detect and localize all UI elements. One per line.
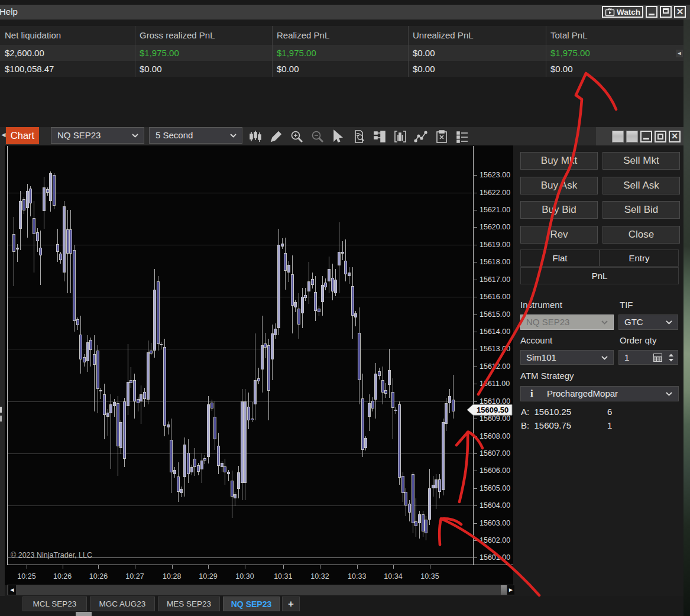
svg-text:15603.00: 15603.00	[480, 519, 510, 527]
svg-text:10:30: 10:30	[235, 572, 254, 581]
svg-text:10:27: 10:27	[125, 572, 144, 581]
svg-text:15622.00: 15622.00	[480, 189, 510, 197]
svg-text:10:35: 10:35	[420, 572, 439, 581]
svg-text:10:26: 10:26	[89, 572, 108, 581]
svg-text:10:33: 10:33	[348, 572, 366, 581]
svg-text:15609.50: 15609.50	[477, 406, 508, 414]
svg-text:15612.00: 15612.00	[480, 362, 510, 371]
svg-text:10:34: 10:34	[384, 572, 402, 581]
svg-text:15618.00: 15618.00	[480, 258, 510, 266]
svg-text:15601.00: 15601.00	[480, 553, 510, 562]
svg-text:10:31: 10:31	[274, 572, 292, 581]
svg-text:15604.00: 15604.00	[480, 501, 510, 510]
svg-text:15613.00: 15613.00	[480, 345, 510, 353]
svg-text:15621.00: 15621.00	[480, 206, 510, 214]
svg-text:15617.00: 15617.00	[480, 275, 510, 284]
svg-text:15623.00: 15623.00	[480, 171, 510, 179]
svg-text:15615.00: 15615.00	[480, 310, 510, 319]
svg-text:15611.00: 15611.00	[480, 380, 510, 388]
svg-text:15606.00: 15606.00	[480, 466, 510, 475]
svg-text:10:32: 10:32	[310, 572, 329, 581]
svg-text:15620.00: 15620.00	[480, 223, 510, 231]
svg-text:10:26: 10:26	[53, 572, 72, 581]
svg-text:15605.00: 15605.00	[480, 484, 510, 492]
svg-text:15619.00: 15619.00	[480, 241, 510, 249]
svg-text:15602.00: 15602.00	[480, 536, 510, 544]
svg-text:© 2023 NinjaTrader, LLC: © 2023 NinjaTrader, LLC	[11, 551, 92, 559]
svg-text:10:25: 10:25	[17, 572, 35, 581]
svg-text:15614.00: 15614.00	[480, 328, 510, 336]
svg-text:15607.00: 15607.00	[480, 449, 510, 458]
svg-text:15609.00: 15609.00	[480, 414, 510, 423]
svg-text:10:28: 10:28	[163, 572, 181, 581]
svg-text:15608.00: 15608.00	[480, 432, 510, 440]
svg-text:15616.00: 15616.00	[480, 293, 510, 301]
svg-text:10:29: 10:29	[199, 572, 217, 581]
